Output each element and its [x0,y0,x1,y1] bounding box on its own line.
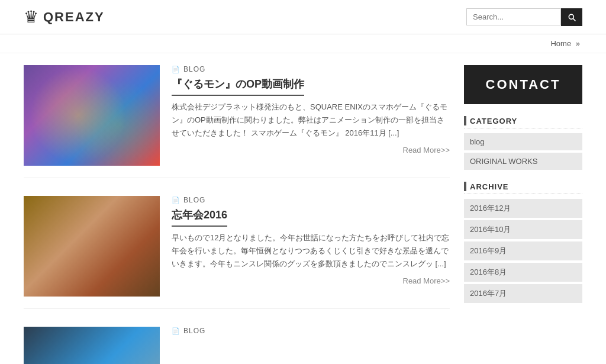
article-2-tag-area: 📄 BLOG [172,196,450,204]
article-1-tag-label: BLOG [183,65,205,73]
article-3: 📄 BLOG [24,327,450,364]
category-heading-text: CATEGORY [470,117,517,125]
category-item-blog[interactable]: blog [464,133,582,150]
article-3-tag-area: 📄 BLOG [172,327,450,335]
archive-heading-text: ARCHIVE [470,182,509,191]
category-section: CATEGORY blog ORIGINAL WORKS [464,116,582,170]
archive-item-sep-2016[interactable]: 2016年9月 [464,241,582,260]
article-1: 📄 BLOG 『ぐるモン』のOP動画制作 株式会社デジプラネット様発注のもと、S… [24,65,450,178]
archive-heading: ARCHIVE [464,182,582,194]
contact-banner[interactable]: CONTACT [464,65,582,104]
article-2-title: 忘年会2016 [172,208,227,227]
tag-icon-1: 📄 [172,66,180,73]
category-heading: CATEGORY [464,116,582,128]
article-3-image [24,327,160,364]
article-2-image [24,196,160,297]
breadcrumb-separator: » [576,39,580,48]
archive-item-aug-2016[interactable]: 2016年8月 [464,263,582,282]
logo-text: QREAZY [43,9,105,25]
article-2: 📄 BLOG 忘年会2016 早いもので12月となりました。今年お世話になった方… [24,196,450,309]
article-1-body: 📄 BLOG 『ぐるモン』のOP動画制作 株式会社デジプラネット様発注のもと、S… [172,65,450,166]
tag-icon-2: 📄 [172,197,180,204]
article-2-read-more: Read More>> [172,276,450,285]
category-list: blog ORIGINAL WORKS [464,133,582,170]
logo-area: ♛ QREAZY [24,7,105,27]
article-2-tag-label: BLOG [183,196,205,204]
archive-item-jul-2016[interactable]: 2016年7月 [464,284,582,303]
crown-icon: ♛ [24,7,38,27]
main-container: 📄 BLOG 『ぐるモン』のOP動画制作 株式会社デジプラネット様発注のもと、S… [0,53,606,364]
search-button[interactable] [561,8,582,26]
search-icon [567,12,576,22]
article-1-image [24,65,160,166]
search-area [466,8,582,26]
tag-icon-3: 📄 [172,327,180,335]
category-item-original-works[interactable]: ORIGINAL WORKS [464,153,582,170]
archive-item-oct-2016[interactable]: 2016年10月 [464,220,582,239]
archive-list: 2016年12月 2016年10月 2016年9月 2016年8月 2016年7… [464,199,582,303]
archive-section: ARCHIVE 2016年12月 2016年10月 2016年9月 2016年8… [464,182,582,303]
article-1-read-more-link[interactable]: Read More>> [403,146,450,154]
archive-accent [464,182,466,191]
article-3-tag-label: BLOG [183,327,205,335]
article-1-tag-area: 📄 BLOG [172,65,450,73]
archive-item-dec-2016[interactable]: 2016年12月 [464,199,582,218]
search-input[interactable] [466,8,561,25]
article-2-text: 早いもので12月となりました。今年お世話になった方たちをお呼びして社内で忘年会を… [172,231,450,270]
article-2-read-more-link[interactable]: Read More>> [403,276,450,285]
article-1-read-more: Read More>> [172,146,450,154]
breadcrumb-home[interactable]: Home [550,39,571,48]
header: ♛ QREAZY [0,0,606,34]
sidebar: CONTACT CATEGORY blog ORIGINAL WORKS ARC… [464,65,582,364]
breadcrumb: Home » [0,34,606,53]
category-accent [464,116,466,125]
article-1-text: 株式会社デジプラネット様発注のもと、SQUARE ENIXのスマホゲーム『ぐるモ… [172,101,450,140]
article-2-body: 📄 BLOG 忘年会2016 早いもので12月となりました。今年お世話になった方… [172,196,450,297]
article-1-title: 『ぐるモン』のOP動画制作 [172,77,304,96]
content-area: 📄 BLOG 『ぐるモン』のOP動画制作 株式会社デジプラネット様発注のもと、S… [24,65,450,364]
article-3-body: 📄 BLOG [172,327,450,364]
